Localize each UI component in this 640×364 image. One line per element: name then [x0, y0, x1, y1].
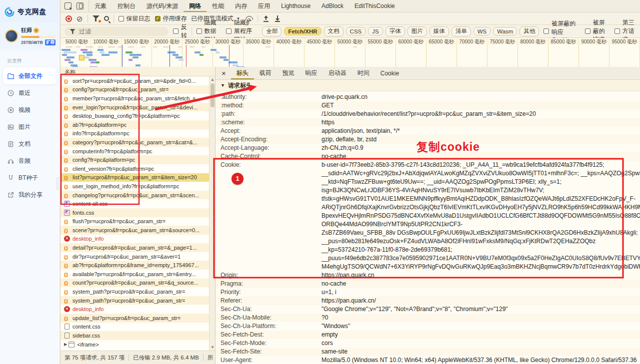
request-row[interactable]: ab?fr=pc&platform=pc: [60, 120, 210, 129]
header-value[interactable]: no-cache: [322, 280, 346, 288]
request-row[interactable]: config?fr=pc&platform=pc: [60, 155, 210, 164]
header-value[interactable]: "Windows": [322, 322, 350, 331]
request-row[interactable]: flush?pr=ucpro&fr=pc&uc_param_str=: [60, 217, 210, 226]
invert-checkbox[interactable]: 反转: [173, 23, 187, 40]
import-har-icon[interactable]: [262, 15, 270, 22]
sidebar-item[interactable]: 我的分享: [3, 186, 56, 203]
inspect-element-icon[interactable]: [64, 2, 72, 9]
request-row[interactable]: scene?pr=ucpro&fr=pc&uc_param_str=&sourc…: [60, 226, 210, 235]
network-overview-timeline[interactable]: 5000 毫秒10000 毫秒15000 毫秒20000 毫秒25000 毫秒3…: [60, 38, 640, 67]
search-icon[interactable]: [104, 16, 109, 21]
request-row[interactable]: ab?fr=pc&platform=pc&frame_id=empty_1754…: [60, 261, 210, 270]
request-row[interactable]: sidebar.css: [60, 331, 210, 340]
request-headers-section[interactable]: ▼ 请求标头: [216, 80, 640, 91]
request-row[interactable]: config?pr=ucpro&fr=pc&uc_param_str=: [60, 85, 210, 94]
filter-input[interactable]: [79, 28, 164, 35]
device-toolbar-icon[interactable]: [76, 2, 84, 9]
filter-chip[interactable]: 全部: [262, 26, 282, 36]
header-value[interactable]: application/json, text/plain, */*: [322, 127, 400, 135]
request-row[interactable]: fonts.css: [60, 208, 210, 217]
header-value[interactable]: https://pan.quark.cn: [322, 271, 374, 280]
devtools-tab[interactable]: 控制台: [112, 0, 141, 12]
header-value[interactable]: same-site: [322, 348, 348, 356]
request-row[interactable]: detail?pr=ucpro&fr=pc&uc_param_str=&_pag…: [60, 243, 210, 252]
details-tab[interactable]: 预览: [277, 67, 300, 79]
details-tab[interactable]: Cookie: [375, 67, 404, 79]
request-list-scrollbar[interactable]: ▲ ▼: [209, 76, 215, 351]
request-row[interactable]: user_login_method_info?fr=pc&platform=pc: [60, 182, 210, 191]
devtools-tab[interactable]: AdBlock: [316, 0, 349, 12]
sidebar-item[interactable]: 图片: [3, 118, 56, 135]
request-row[interactable]: update_list?pr=ucpro&fr=pc&uc_param_str=: [60, 314, 210, 323]
header-value[interactable]: u=1, i: [322, 288, 336, 297]
sidebar-item[interactable]: 最近: [3, 84, 56, 101]
filter-chip[interactable]: Wasm: [493, 27, 517, 35]
devtools-tab[interactable]: 性能: [206, 0, 230, 12]
request-row[interactable]: member?pr=ucpro&fr=pc&uc_param_str=&fetc…: [60, 94, 210, 103]
network-conditions-icon[interactable]: [245, 16, 253, 21]
request-row[interactable]: info?fr=pc&platform=pc: [60, 129, 210, 138]
request-row[interactable]: category?pr=ucpro&fr=pc&uc_param_str=&ca…: [60, 138, 210, 147]
filter-toggle-icon[interactable]: [92, 15, 100, 21]
header-value[interactable]: no-cache: [322, 152, 346, 161]
cookie-value[interactable]: b-user-id=7f73eeb2-85b3-3795-c27f-143c8d…: [322, 161, 640, 271]
filter-chip[interactable]: 字体: [386, 26, 405, 36]
devtools-tab[interactable]: 源代码/来源: [141, 0, 184, 12]
export-har-icon[interactable]: [274, 15, 281, 22]
request-row[interactable]: available?pr=ucpro&fr=pc&uc_param_str=&e…: [60, 270, 210, 279]
user-card[interactable]: 狂师 V 25TB/46TB 扩容: [0, 22, 60, 50]
header-value[interactable]: empty: [322, 331, 338, 339]
filter-chip[interactable]: 清单: [452, 26, 471, 36]
header-value[interactable]: zh-CN,zh;q=0.9: [322, 144, 364, 152]
request-row[interactable]: <iframe>: [60, 340, 210, 349]
scroll-up-icon[interactable]: ▲: [210, 77, 214, 82]
preserve-log-checkbox[interactable]: 保留日志: [118, 14, 150, 23]
request-row[interactable]: ever_login?pr=ucpro&fr=pc&uc_param_str=&…: [60, 103, 210, 112]
sidebar-item[interactable]: 文档: [3, 135, 56, 152]
sidebar-item[interactable]: BT种子: [3, 169, 56, 186]
header-value[interactable]: GET: [322, 101, 334, 110]
request-list-header[interactable]: 名称: [60, 67, 215, 76]
devtools-tab[interactable]: Lighthouse: [276, 0, 316, 12]
devtools-tab[interactable]: 内存: [230, 0, 252, 12]
request-row[interactable]: content-all.css: [60, 199, 210, 208]
filter-chip[interactable]: WS: [474, 27, 491, 35]
sidebar-item[interactable]: 全部文件: [3, 67, 56, 84]
header-value[interactable]: cors: [322, 339, 333, 348]
filter-chip[interactable]: Fetch/XHR: [284, 27, 321, 35]
details-tab[interactable]: 时间: [352, 67, 375, 79]
request-row[interactable]: desktop_info: [60, 305, 210, 314]
devtools-tab[interactable]: 元素: [89, 0, 112, 12]
header-value[interactable]: https://pan.quark.cn/: [322, 297, 376, 305]
record-button[interactable]: [66, 15, 72, 22]
request-row[interactable]: computerinfo?fr=pc&platform=pc: [60, 147, 210, 156]
header-value[interactable]: drive-pc.quark.cn: [322, 93, 368, 101]
request-row[interactable]: system_path?pr=ucpro&fr=pc&uc_param_str=: [60, 287, 210, 296]
close-icon[interactable]: ×: [216, 67, 231, 79]
request-row[interactable]: dir?pr=ucpro&fr=pc&uc_param_str=&aver=1: [60, 252, 210, 261]
filter-chip[interactable]: 图片: [408, 26, 427, 36]
request-row[interactable]: changelog?pr=ucpro&fr=pc&uc_param_str=&s…: [60, 191, 210, 200]
upgrade-link[interactable]: 扩容: [45, 39, 56, 45]
request-row[interactable]: count?pr=ucpro&fr=pc&uc_param_str=&q_sou…: [60, 279, 210, 288]
filter-chip[interactable]: 其他: [520, 26, 539, 36]
avatar[interactable]: [5, 29, 18, 42]
devtools-tab[interactable]: EditThisCookie: [349, 0, 400, 12]
disable-cache-checkbox[interactable]: 停用缓存: [155, 14, 187, 23]
request-row[interactable]: desktop_info: [60, 235, 210, 244]
filter-chip[interactable]: JS: [368, 27, 382, 35]
details-tab[interactable]: 响应: [300, 67, 323, 79]
header-value[interactable]: gzip, deflate, br, zstd: [322, 135, 376, 144]
request-row[interactable]: sort?pr=ucpro&fr=pc&uc_param_str=&pdir_f…: [60, 76, 210, 85]
request-row[interactable]: system_path?pr=ucpro&fr=pc&uc_param_str=: [60, 296, 210, 305]
request-row[interactable]: content.css: [60, 323, 210, 332]
header-value[interactable]: Mozilla/5.0 (Windows NT 10.0; Win64; x64…: [322, 356, 637, 364]
sidebar-collapse-handle[interactable]: [56, 177, 60, 190]
filter-chip[interactable]: 媒体: [430, 26, 449, 36]
header-value[interactable]: "Google Chrome";v="129", "Not=A?Brand";v…: [322, 305, 508, 314]
clear-button[interactable]: ⊘: [76, 15, 83, 22]
header-value[interactable]: https: [322, 118, 334, 127]
header-value[interactable]: ?0: [322, 314, 328, 322]
devtools-tab[interactable]: 网络: [184, 0, 206, 12]
details-tab[interactable]: 载荷: [254, 67, 277, 79]
